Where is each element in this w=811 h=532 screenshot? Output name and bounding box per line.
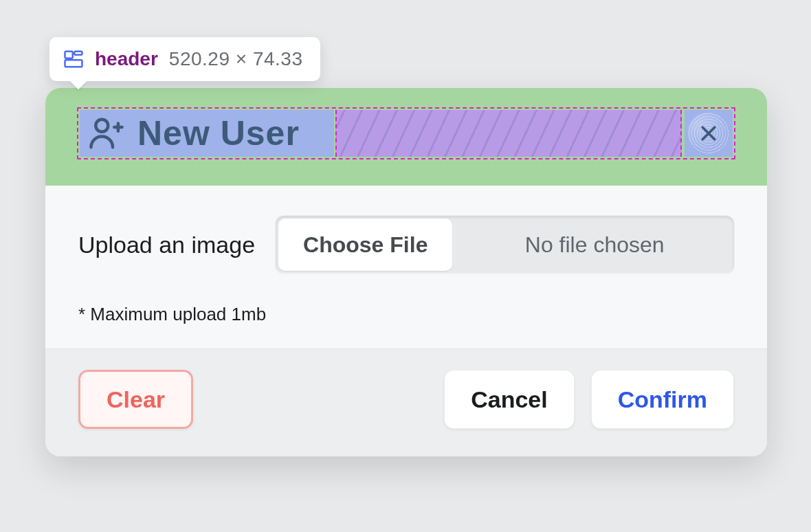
close-button[interactable] [687, 112, 730, 155]
dialog-footer: Clear Cancel Confirm [45, 348, 767, 456]
header-flex-gap-overlay [335, 110, 682, 157]
devtools-element-dimensions: 520.29 × 74.33 [169, 48, 303, 70]
flex-layout-icon [63, 49, 84, 69]
upload-label: Upload an image [78, 232, 255, 258]
clear-button[interactable]: Clear [78, 370, 193, 429]
user-plus-icon [88, 115, 125, 152]
dialog-header: New User [45, 88, 767, 186]
dialog-body: Upload an image Choose File No file chos… [45, 186, 767, 348]
svg-rect-2 [65, 60, 82, 67]
inspected-header-box: New User [77, 107, 735, 159]
new-user-dialog: New User Upload an image Choose File No … [45, 88, 767, 456]
choose-file-button[interactable]: Choose File [278, 219, 452, 271]
close-icon [698, 123, 719, 144]
svg-rect-1 [74, 52, 82, 55]
upload-hint: * Maximum upload 1mb [78, 304, 734, 325]
svg-rect-0 [65, 52, 73, 58]
devtools-element-tooltip: header 520.29 × 74.33 [49, 37, 320, 81]
devtools-element-name: header [95, 48, 158, 70]
cancel-button[interactable]: Cancel [444, 370, 575, 429]
dialog-title: New User [137, 113, 300, 153]
upload-row: Upload an image Choose File No file chos… [78, 216, 734, 274]
file-status: No file chosen [455, 216, 734, 274]
file-input[interactable]: Choose File No file chosen [276, 216, 734, 274]
confirm-button[interactable]: Confirm [591, 370, 734, 429]
svg-point-3 [96, 120, 108, 132]
header-close-region [685, 110, 733, 157]
header-title-region: New User [80, 110, 334, 157]
